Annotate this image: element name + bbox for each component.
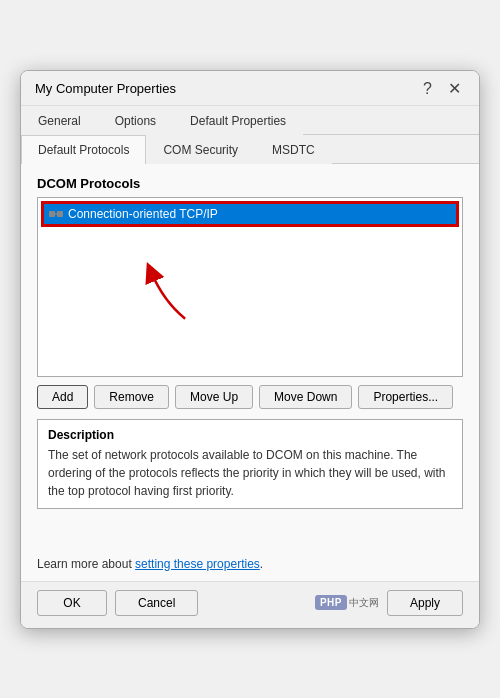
content-area: DCOM Protocols Connection-oriented TCP/I… [21, 164, 479, 551]
tab-default-properties[interactable]: Default Properties [173, 106, 303, 135]
properties-button[interactable]: Properties... [358, 385, 453, 409]
cancel-button[interactable]: Cancel [115, 590, 198, 616]
learn-more-row: Learn more about setting these propertie… [21, 551, 479, 581]
description-text: The set of network protocols available t… [48, 446, 452, 500]
tab-options[interactable]: Options [98, 106, 173, 135]
ok-button[interactable]: OK [37, 590, 107, 616]
protocol-icon [48, 206, 64, 222]
learn-more-suffix: . [260, 557, 263, 571]
window-title: My Computer Properties [35, 81, 176, 96]
buttons-row: Add Remove Move Up Move Down Properties.… [37, 385, 463, 409]
protocols-listbox[interactable]: Connection-oriented TCP/IP [37, 197, 463, 377]
tab-general[interactable]: General [21, 106, 98, 135]
list-item-tcp[interactable]: Connection-oriented TCP/IP [42, 202, 458, 226]
php-logo: PHP [315, 595, 347, 610]
svg-rect-1 [57, 211, 63, 217]
tab-com-security[interactable]: COM Security [146, 135, 255, 164]
tab-msdtc[interactable]: MSDTC [255, 135, 332, 164]
learn-more-link[interactable]: setting these properties [135, 557, 260, 571]
tab-default-protocols[interactable]: Default Protocols [21, 135, 146, 164]
titlebar-controls: ? ✕ [419, 81, 465, 97]
svg-rect-0 [49, 211, 55, 217]
learn-more-prefix: Learn more about [37, 557, 135, 571]
add-button[interactable]: Add [37, 385, 88, 409]
tabs-row-2: Default Protocols COM Security MSDTC [21, 135, 479, 164]
footer: OK Cancel PHP 中文网 Apply [21, 581, 479, 628]
move-down-button[interactable]: Move Down [259, 385, 352, 409]
list-item-label: Connection-oriented TCP/IP [68, 207, 218, 221]
zhongwen-label: 中文网 [349, 596, 379, 610]
apply-button[interactable]: Apply [387, 590, 463, 616]
tabs-row-1: General Options Default Properties [21, 106, 479, 135]
php-badge: PHP 中文网 [315, 595, 379, 610]
description-box: Description The set of network protocols… [37, 419, 463, 509]
titlebar: My Computer Properties ? ✕ [21, 71, 479, 106]
dcom-protocols-label: DCOM Protocols [37, 176, 463, 191]
description-title: Description [48, 428, 452, 442]
help-button[interactable]: ? [419, 81, 436, 97]
remove-button[interactable]: Remove [94, 385, 169, 409]
move-up-button[interactable]: Move Up [175, 385, 253, 409]
main-window: My Computer Properties ? ✕ General Optio… [20, 70, 480, 629]
close-button[interactable]: ✕ [444, 81, 465, 97]
arrow-annotation [138, 258, 198, 328]
